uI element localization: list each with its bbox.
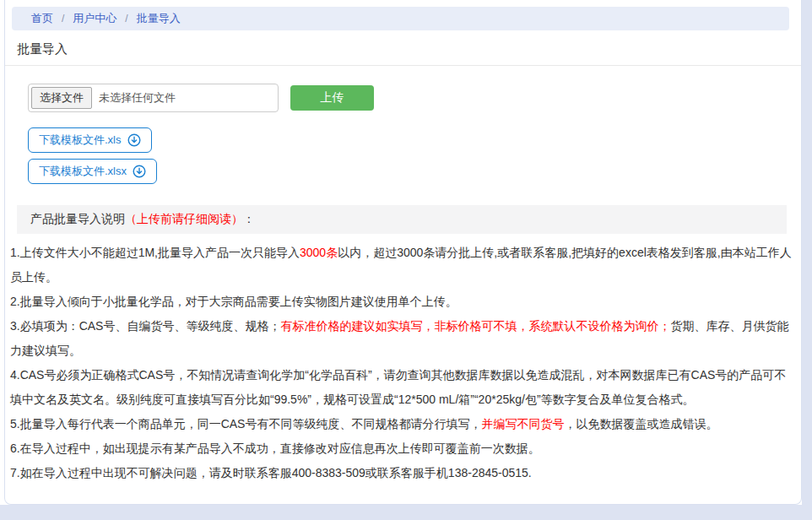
download-buttons: 下载模板文件.xls 下载模板文件.xlsx <box>28 127 801 184</box>
notice-list: 1.上传文件大小不能超过1M,批量导入产品一次只能导入3000条以内，超过300… <box>10 241 793 485</box>
breadcrumb-link-0[interactable]: 首页 <box>31 11 53 26</box>
notice-item-7: 7.如在导入过程中出现不可解决问题，请及时联系客服400-8383-509或联系… <box>10 461 793 485</box>
download-template-label: 下载模板文件.xls <box>39 133 122 148</box>
import-notice: 产品批量导入说明（上传前请仔细阅读）： 1.上传文件大小不能超过1M,批量导入产… <box>5 205 801 485</box>
no-file-selected-text: 未选择任何文件 <box>99 90 176 106</box>
page-background-right-strip <box>802 0 812 520</box>
notice-item-3: 3.必填项为：CAS号、自编货号、等级纯度、规格；有标准价格的建议如实填写，非标… <box>10 314 793 363</box>
breadcrumb-link-1[interactable]: 用户中心 <box>73 11 116 26</box>
notice-text: ，以免数据覆盖或造成错误。 <box>564 417 717 431</box>
notice-text: 7.如在导入过程中出现不可解决问题，请及时联系客服400-8383-509或联系… <box>10 466 532 479</box>
notice-text: 2.批量导入倾向于小批量化学品，对于大宗商品需要上传实物图片建议使用单个上传。 <box>10 295 457 308</box>
download-circle-icon <box>127 133 141 147</box>
notice-heading-warning: （上传前请仔细阅读） <box>125 212 243 227</box>
notice-item-4: 4.CAS号必须为正确格式CAS号，不知情况请查询化学加“化学品百科”，请勿查询… <box>10 363 793 412</box>
notice-item-2: 2.批量导入倾向于小批量化学品，对于大宗商品需要上传实物图片建议使用单个上传。 <box>10 290 793 314</box>
notice-heading-text: 产品批量导入说明 <box>30 212 125 227</box>
notice-text: 6.在导入过程中，如出现提示有某产品导入不成功，直接修改对应信息再次上传即可覆盖… <box>10 441 540 455</box>
download-template-button-0[interactable]: 下载模板文件.xls <box>28 127 152 153</box>
notice-item-5: 5.批量导入每行代表一个商品单元，同一CAS号有不同等级纯度、不同规格都请分行填… <box>10 412 793 436</box>
page-title: 批量导入 <box>17 41 801 57</box>
choose-file-button[interactable]: 选择文件 <box>31 87 92 109</box>
breadcrumb-separator: / <box>62 13 64 24</box>
notice-item-6: 6.在导入过程中，如出现提示有某产品导入不成功，直接修改对应信息再次上传即可覆盖… <box>10 436 793 461</box>
content-card: 首页/用户中心/批量导入 批量导入 选择文件 未选择任何文件 上传 下载模板文件… <box>4 0 802 505</box>
breadcrumb-separator: / <box>125 13 127 24</box>
notice-text: 1.上传文件大小不能超过1M,批量导入产品一次只能导入 <box>10 246 300 259</box>
download-template-label: 下载模板文件.xlsx <box>39 164 127 179</box>
download-template-button-1[interactable]: 下载模板文件.xlsx <box>28 159 157 184</box>
notice-text-red: 有标准价格的建议如实填写，非标价格可不填，系统默认不设价格为询价； <box>280 319 670 333</box>
notice-header: 产品批量导入说明（上传前请仔细阅读）： <box>17 205 787 234</box>
breadcrumb-link-2[interactable]: 批量导入 <box>137 11 181 26</box>
notice-item-1: 1.上传文件大小不能超过1M,批量导入产品一次只能导入3000条以内，超过300… <box>10 241 793 290</box>
notice-text: 5.批量导入每行代表一个商品单元，同一CAS号有不同等级纯度、不同规格都请分行填… <box>10 417 481 431</box>
download-circle-icon <box>133 165 146 178</box>
notice-text: 4.CAS号必须为正确格式CAS号，不知情况请查询化学加“化学品百科”，请勿查询… <box>10 368 786 406</box>
page-background-bottom-strip <box>0 505 812 520</box>
upload-button[interactable]: 上传 <box>290 85 374 111</box>
file-input[interactable]: 选择文件 未选择任何文件 <box>28 84 279 112</box>
notice-text-red: 并编写不同货号 <box>481 417 564 431</box>
notice-text-red: 3000条 <box>300 246 338 259</box>
notice-heading-colon: ： <box>243 212 255 227</box>
divider <box>5 65 801 66</box>
upload-row: 选择文件 未选择任何文件 上传 <box>28 84 801 112</box>
breadcrumb: 首页/用户中心/批量导入 <box>12 7 789 30</box>
notice-text: 3.必填项为：CAS号、自编货号、等级纯度、规格； <box>10 319 280 333</box>
